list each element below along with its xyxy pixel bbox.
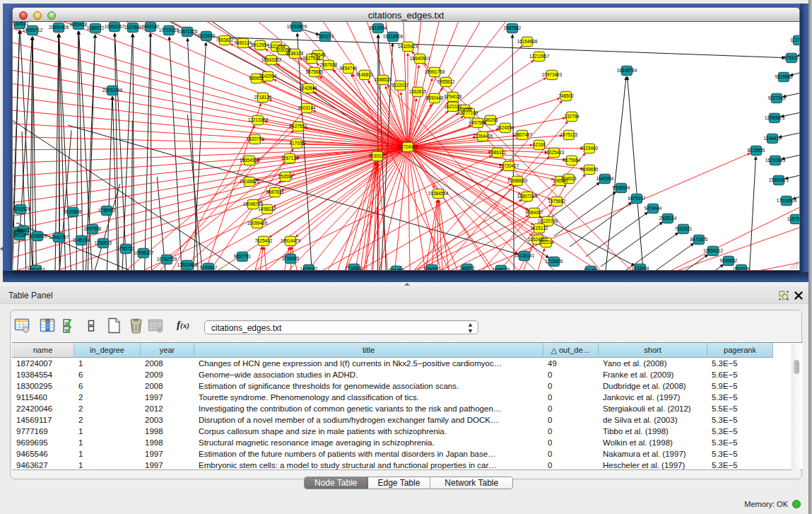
svg-text:1250515: 1250515 bbox=[95, 240, 112, 245]
svg-text:12213363: 12213363 bbox=[248, 117, 269, 122]
svg-text:9249547: 9249547 bbox=[200, 265, 218, 270]
svg-text:5938924: 5938924 bbox=[613, 185, 630, 190]
svg-text:5887831: 5887831 bbox=[266, 189, 284, 194]
svg-text:7515546: 7515546 bbox=[198, 33, 216, 38]
svg-text:35001: 35001 bbox=[17, 228, 30, 233]
svg-text:2867608: 2867608 bbox=[320, 62, 338, 67]
svg-text:10719155: 10719155 bbox=[159, 28, 180, 33]
svg-text:8215955: 8215955 bbox=[748, 148, 765, 153]
svg-text:7625402: 7625402 bbox=[255, 238, 273, 243]
svg-text:9474444: 9474444 bbox=[645, 206, 662, 211]
svg-text:6794028: 6794028 bbox=[445, 94, 462, 99]
svg-text:9327508: 9327508 bbox=[303, 56, 321, 61]
svg-text:1875115: 1875115 bbox=[560, 132, 578, 137]
svg-text:5322037: 5322037 bbox=[392, 83, 409, 88]
svg-text:8813054: 8813054 bbox=[370, 25, 387, 30]
svg-text:2687682: 2687682 bbox=[504, 25, 522, 30]
svg-text:1167533: 1167533 bbox=[787, 216, 800, 221]
svg-text:15692971: 15692971 bbox=[769, 177, 789, 182]
svg-text:1062413: 1062413 bbox=[28, 267, 45, 271]
svg-text:921450: 921450 bbox=[389, 268, 404, 271]
svg-text:8990448: 8990448 bbox=[426, 95, 444, 100]
svg-text:62160: 62160 bbox=[533, 142, 546, 147]
svg-text:9245652: 9245652 bbox=[720, 258, 738, 263]
svg-text:12093873: 12093873 bbox=[765, 115, 785, 120]
svg-text:746266: 746266 bbox=[483, 117, 498, 122]
svg-text:39154: 39154 bbox=[13, 233, 26, 238]
svg-text:11156829: 11156829 bbox=[28, 233, 47, 238]
svg-text:1735992: 1735992 bbox=[98, 208, 116, 213]
svg-text:10654112: 10654112 bbox=[703, 248, 723, 253]
svg-text:8471676: 8471676 bbox=[690, 237, 708, 242]
svg-text:1527602: 1527602 bbox=[124, 25, 142, 30]
svg-text:20691406: 20691406 bbox=[49, 25, 69, 30]
svg-text:8427552: 8427552 bbox=[290, 124, 307, 129]
svg-text:748500: 748500 bbox=[558, 93, 574, 98]
svg-text:1244419: 1244419 bbox=[764, 136, 782, 141]
svg-text:16210643: 16210643 bbox=[765, 158, 786, 163]
svg-text:2020658: 2020658 bbox=[64, 209, 82, 214]
svg-text:7734502: 7734502 bbox=[346, 266, 363, 271]
svg-text:753594: 753594 bbox=[278, 174, 293, 179]
svg-text:16099489: 16099489 bbox=[247, 221, 268, 226]
svg-text:771450: 771450 bbox=[583, 268, 599, 271]
svg-text:9063418: 9063418 bbox=[70, 22, 88, 27]
svg-text:10025433: 10025433 bbox=[544, 150, 565, 155]
svg-text:16154838: 16154838 bbox=[517, 39, 538, 44]
svg-text:1145194: 1145194 bbox=[73, 238, 90, 243]
svg-text:1633904: 1633904 bbox=[632, 266, 649, 271]
svg-text:2718126: 2718126 bbox=[254, 95, 272, 100]
svg-text:132794: 132794 bbox=[564, 114, 579, 119]
svg-text:6479197: 6479197 bbox=[628, 196, 646, 201]
svg-text:20053346: 20053346 bbox=[102, 88, 123, 93]
svg-text:240572: 240572 bbox=[459, 266, 475, 271]
svg-text:7357274: 7357274 bbox=[317, 34, 334, 39]
svg-text:16914479: 16914479 bbox=[281, 238, 301, 243]
svg-text:10958107: 10958107 bbox=[134, 250, 154, 255]
svg-text:3716485: 3716485 bbox=[282, 256, 300, 261]
svg-text:16782759: 16782759 bbox=[157, 257, 177, 262]
svg-text:1498222: 1498222 bbox=[259, 206, 276, 211]
svg-text:9777169: 9777169 bbox=[461, 110, 478, 115]
svg-text:12942757: 12942757 bbox=[49, 235, 69, 240]
svg-text:9227343: 9227343 bbox=[768, 95, 786, 100]
svg-text:15720407: 15720407 bbox=[499, 163, 519, 168]
svg-text:18807249: 18807249 bbox=[517, 194, 538, 199]
svg-text:1362615: 1362615 bbox=[409, 89, 427, 94]
svg-text:21364436: 21364436 bbox=[473, 134, 493, 139]
svg-text:10671355: 10671355 bbox=[177, 29, 198, 34]
svg-text:6466160: 6466160 bbox=[142, 24, 160, 29]
svg-text:1615132: 1615132 bbox=[531, 226, 548, 230]
svg-text:8454749: 8454749 bbox=[340, 66, 358, 71]
svg-text:15751074: 15751074 bbox=[782, 55, 800, 60]
svg-text:7632621: 7632621 bbox=[675, 226, 693, 231]
svg-text:7986322: 7986322 bbox=[489, 150, 507, 155]
svg-text:417006: 417006 bbox=[289, 141, 305, 146]
svg-text:10688609: 10688609 bbox=[507, 178, 528, 183]
svg-text:9242848: 9242848 bbox=[300, 86, 317, 90]
svg-text:9660124: 9660124 bbox=[235, 40, 252, 45]
svg-text:18640910: 18640910 bbox=[410, 56, 430, 61]
svg-text:9115460: 9115460 bbox=[581, 146, 599, 151]
svg-text:1820751: 1820751 bbox=[247, 136, 264, 141]
svg-text:9146821: 9146821 bbox=[356, 72, 374, 77]
svg-text:8912954: 8912954 bbox=[252, 42, 269, 47]
svg-text:904923: 904923 bbox=[561, 176, 577, 181]
svg-text:10653267: 10653267 bbox=[105, 24, 125, 29]
svg-text:16648784: 16648784 bbox=[617, 68, 637, 73]
svg-text:12923468: 12923468 bbox=[177, 262, 198, 267]
svg-text:1184501: 1184501 bbox=[423, 267, 441, 271]
svg-text:19384554: 19384554 bbox=[428, 191, 449, 196]
svg-text:14325419: 14325419 bbox=[398, 44, 418, 49]
svg-text:2164531: 2164531 bbox=[13, 22, 29, 26]
svg-text:1975692: 1975692 bbox=[548, 199, 566, 204]
svg-text:10973493: 10973493 bbox=[542, 72, 563, 77]
svg-text:16046788: 16046788 bbox=[243, 201, 264, 206]
svg-text:12213967: 12213967 bbox=[529, 54, 550, 59]
svg-text:16120746: 16120746 bbox=[538, 218, 558, 223]
svg-text:2935114: 2935114 bbox=[659, 216, 677, 221]
svg-text:9575664: 9575664 bbox=[563, 158, 581, 163]
svg-text:16053809: 16053809 bbox=[287, 24, 307, 29]
svg-text:1640954: 1640954 bbox=[596, 176, 614, 181]
svg-text:2930027: 2930027 bbox=[369, 153, 387, 158]
